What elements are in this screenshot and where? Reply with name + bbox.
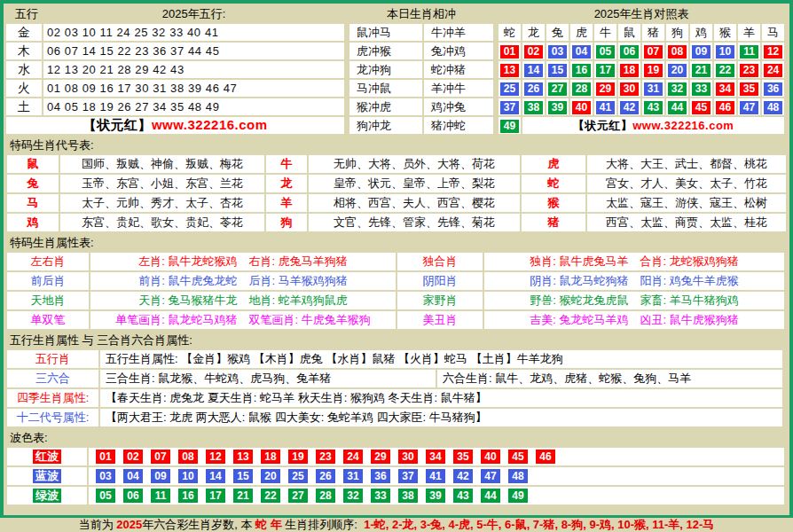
wave-color-table: 红波 0102070812131819232429303435404546 蓝波…	[5, 446, 786, 506]
zodiac-header-cell: 蛇	[499, 24, 521, 41]
number-badge: 23	[740, 64, 758, 77]
footer-sequence: 1-蛇, 2-龙, 3-兔, 4-虎, 5-牛, 6-鼠, 7-猪, 8-狗, …	[364, 518, 714, 531]
number-badge: 41	[426, 469, 445, 483]
number-badge: 48	[764, 101, 782, 114]
zodiac-number-cell: 20	[666, 61, 688, 78]
clash-cell: 虎冲猴	[349, 43, 422, 59]
number-badge: 24	[764, 64, 782, 77]
zodiac-header-cell: 兔	[546, 24, 569, 41]
zodiac-number-cell: 22	[714, 61, 736, 78]
clash-cell: 猪冲蛇	[424, 117, 493, 134]
number-badge: 45	[508, 450, 528, 464]
wave-label-cell: 绿波	[7, 487, 87, 505]
main-panel: 五行 2025年五行: 金 02 03 10 11 24 25 32 33 40…	[4, 4, 789, 515]
codename-value: 大将、大王、武士、都督、桃花	[587, 155, 786, 173]
zodiac-label: 蛇	[522, 175, 585, 192]
number-badge: 02	[524, 45, 543, 59]
site-url[interactable]: www.322216.com	[632, 119, 734, 132]
attribute-label: 家野肖	[397, 292, 483, 309]
zodiac-number-row: 252627282930313233343536	[499, 80, 784, 97]
table-row: 左右肖 左肖: 鼠牛龙蛇猴鸡 右肖: 虎兔马羊狗猪 独合肖 独肖: 鼠牛虎兔马羊…	[7, 253, 784, 270]
zodiac-label: 虎	[522, 155, 585, 173]
table-row: 绿波 05061116172122272832333839434449	[7, 487, 784, 505]
zodiac-label: 牛	[266, 155, 307, 173]
table-row: 十二代号属性: 【两大君王: 龙虎 两大恶人: 鼠猴 四大美女: 兔蛇羊鸡 四大…	[7, 409, 782, 426]
number-badge: 28	[572, 82, 591, 96]
number-badge: 09	[151, 469, 170, 483]
number-badge: 06	[123, 489, 143, 503]
number-badge: 33	[692, 82, 711, 96]
number-badge: 28	[316, 489, 335, 503]
zodiac-number-cell: 18	[618, 61, 640, 78]
zodiac-number-cell: 31	[642, 80, 664, 97]
zodiac-number-cell: 17	[594, 61, 616, 78]
zodiac-number-cell: 48	[762, 98, 784, 115]
codename-value: 西宫、太监、商贾、太监、桂花	[587, 214, 786, 231]
five-elements-table: 五行 2025年五行: 金 02 03 10 11 24 25 32 33 40…	[4, 4, 346, 136]
codename-value: 国师、叛贼、神偷、叛贼、梅花	[60, 155, 264, 173]
number-badge: 42	[453, 469, 473, 483]
zodiac-number-cell: 08	[666, 43, 688, 59]
number-badge: 43	[644, 101, 663, 114]
number-badge: 08	[178, 450, 198, 464]
table-row: 金 02 03 10 11 24 25 32 33 40 41	[6, 24, 344, 41]
number-badge: 40	[481, 450, 500, 464]
combo-value: 三合生肖: 鼠龙猴、牛蛇鸡、虎马狗、兔羊猪	[100, 370, 436, 387]
zodiac-chart-table: 2025年生肖对照表 蛇龙兔虎牛鼠猪狗鸡猴羊马 0102030405060708…	[497, 4, 786, 136]
combo-label: 四季生肖属性:	[7, 389, 98, 407]
number-badge: 32	[668, 82, 687, 96]
number-badge: 34	[426, 450, 445, 464]
number-badge: 25	[288, 469, 308, 483]
number-badge: 09	[692, 45, 711, 59]
table-row: 蓝波 03040910141520252631363741424748	[7, 467, 784, 485]
element-label: 木	[6, 43, 42, 59]
site-url[interactable]: www.322216.com	[152, 117, 268, 132]
zodiac-header-cell: 狗	[666, 24, 688, 41]
number-badge: 20	[261, 469, 280, 483]
number-badge: 26	[524, 82, 543, 96]
number-badge: 44	[481, 489, 500, 503]
zodiac-number-cell: 43	[642, 98, 664, 115]
combos-section-title: 五行生肖属性 与 三合肖六合肖属性:	[4, 331, 789, 348]
footer-text: 当前为	[79, 518, 117, 531]
table-row: 虎冲猴 兔冲鸡	[349, 43, 493, 59]
number-badge: 35	[740, 82, 758, 96]
zodiac-number-cell: 03	[546, 43, 569, 59]
table-row: 火 01 08 09 16 17 30 31 38 39 46 47	[6, 80, 344, 97]
attribute-value: 独肖: 鼠牛虎兔马羊 合肖: 龙蛇猴鸡狗猪	[484, 253, 784, 270]
zodiac-number-row: 373839404142434445464748	[499, 98, 784, 115]
zodiac-number-cell: 04	[570, 43, 593, 59]
table-row: 狗冲龙 猪冲蛇	[349, 117, 493, 134]
number-badge: 02	[123, 450, 143, 464]
number-badge: 29	[596, 82, 615, 96]
five-elements-header: 五行	[6, 5, 42, 22]
element-label: 金	[6, 24, 42, 41]
zodiac-number-cell: 14	[522, 61, 545, 78]
number-badge: 06	[620, 45, 639, 59]
clash-cell: 蛇冲猪	[424, 61, 493, 78]
number-badge: 27	[548, 82, 567, 96]
number-badge: 01	[500, 45, 519, 59]
zodiac-number-cell: 32	[666, 80, 688, 97]
number-badge: 38	[398, 489, 418, 503]
number-badge: 42	[620, 101, 639, 114]
zodiac-number-cell: 05	[594, 43, 616, 59]
number-badge: 31	[343, 469, 363, 483]
number-badge: 18	[261, 450, 280, 464]
zodiac-number-cell: 11	[738, 43, 760, 59]
attribute-label: 前后肖	[7, 272, 89, 290]
number-badge: 08	[668, 45, 687, 59]
attribute-value: 前肖: 鼠牛虎兔龙蛇 后肖: 马羊猴鸡狗猪	[90, 272, 396, 290]
zodiac-number-cell: 37	[499, 98, 521, 115]
number-badge: 10	[178, 469, 198, 483]
attribute-label: 独合肖	[397, 253, 483, 270]
number-badge: 05	[96, 489, 115, 503]
number-badge: 44	[668, 101, 687, 114]
combo-label: 五行肖	[7, 350, 98, 368]
number-badge: 35	[453, 450, 473, 464]
number-badge: 47	[481, 469, 500, 483]
footer-zodiac-year: 蛇 年	[255, 518, 282, 531]
combo-value: 五行生肖属性: 【金肖】猴鸡 【木肖】虎兔 【水肖】鼠猪 【火肖】蛇马 【土肖】…	[100, 350, 782, 368]
codename-value: 太监、寇王、游侠、寇王、松树	[587, 194, 786, 212]
zodiac-number-cell: 44	[666, 98, 688, 115]
